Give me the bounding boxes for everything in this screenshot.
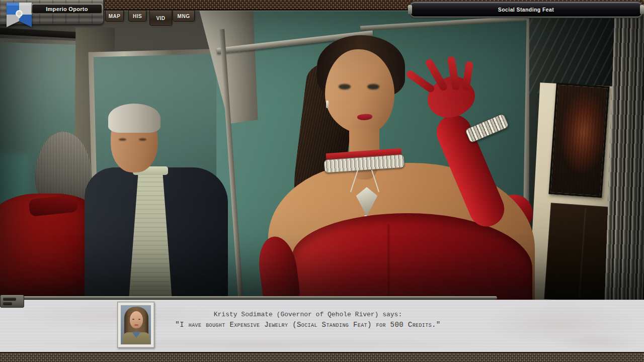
reflected-painting bbox=[548, 83, 609, 198]
tab-mng[interactable]: MNG bbox=[173, 11, 195, 22]
dialogue-message-line: "I have bought Expensive Jewelry (Social… bbox=[0, 320, 616, 330]
dialogue-text-block: Kristy Sodimate (Governor of Qehole Rive… bbox=[0, 310, 616, 330]
event-banner[interactable]: Social Standing Feat bbox=[410, 2, 642, 17]
woman-face bbox=[325, 49, 394, 134]
empire-flag-icon[interactable] bbox=[7, 3, 32, 27]
man-eye bbox=[139, 138, 146, 141]
woman-eye bbox=[339, 84, 351, 89]
woman-eye bbox=[367, 84, 379, 89]
bracelet-jewelry bbox=[464, 113, 509, 143]
earring-jewelry bbox=[326, 101, 329, 108]
empire-name-label: Imperio Oporto bbox=[32, 5, 102, 13]
vid-scene-viewport[interactable] bbox=[0, 0, 644, 300]
man-eye bbox=[119, 138, 126, 141]
tab-his[interactable]: HIS bbox=[128, 11, 146, 22]
man-head bbox=[111, 107, 158, 172]
tab-vid[interactable]: VID bbox=[149, 11, 172, 26]
tab-map[interactable]: MAP bbox=[105, 11, 124, 22]
bottom-weave-strip bbox=[0, 352, 644, 362]
dialogue-speaker-line: Kristy Sodimate (Governor of Qehole Rive… bbox=[0, 310, 616, 320]
figure-older-man bbox=[85, 103, 228, 300]
event-banner-title: Social Standing Feat bbox=[498, 7, 554, 13]
scene-right-reflection-panel bbox=[529, 0, 644, 300]
empire-name-plaque[interactable]: Imperio Oporto bbox=[31, 4, 103, 14]
game-screen: Imperio Oporto MAP HIS VID MNG Social St… bbox=[0, 0, 644, 362]
panel-trim-machinery bbox=[0, 295, 24, 308]
panel-top-trim bbox=[0, 296, 497, 300]
figure-woman-red-dress bbox=[251, 36, 545, 300]
